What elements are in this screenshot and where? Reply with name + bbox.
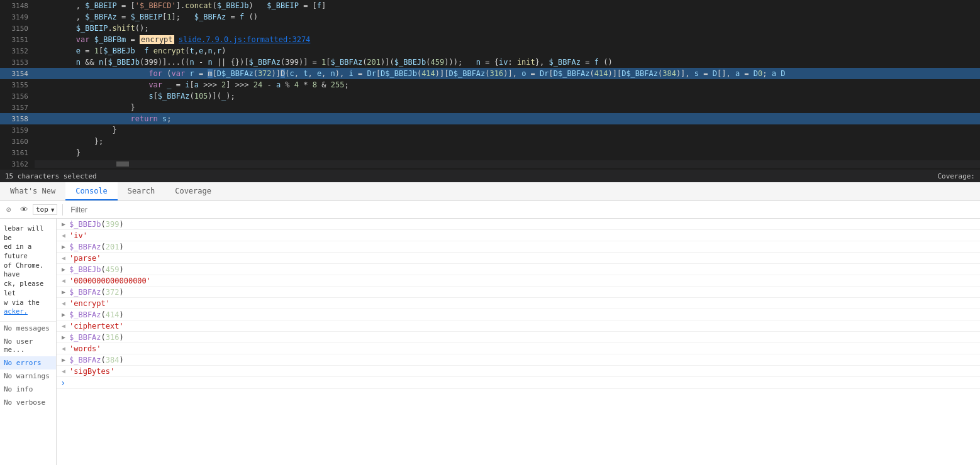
log-expand-icon-6[interactable] — [59, 276, 68, 285]
log-entry-10[interactable]: 'ciphertext' — [57, 320, 980, 332]
log-entry-8[interactable]: 'encrypt' — [57, 298, 980, 309]
top-context-arrow: ▼ — [51, 207, 54, 213]
coverage-status: Coverage: — [937, 172, 975, 180]
log-expand-icon-10[interactable] — [59, 322, 68, 331]
log-entry-14[interactable]: 'sigBytes' — [57, 366, 980, 377]
code-line-3153[interactable]: 3153 n && n[$_BBEJb(399)]...((n - n || {… — [0, 57, 980, 68]
code-line-3160[interactable]: 3160 }; — [0, 136, 980, 147]
log-expand-icon-11[interactable] — [59, 333, 68, 342]
log-entry-6[interactable]: '0000000000000000' — [57, 275, 980, 287]
code-line-3148[interactable]: 3148 , $_BBEIP = ['$_BBFCD'].concat($_BB… — [0, 0, 980, 11]
tab-console[interactable]: Console — [65, 182, 118, 200]
sidebar-filter-no-errors[interactable]: No errors — [0, 356, 56, 369]
log-expand-icon-8[interactable] — [59, 299, 68, 308]
sidebar-filter-no-warnings[interactable]: No warnings — [0, 369, 56, 383]
top-context-selector[interactable]: top ▼ — [33, 204, 57, 215]
log-expand-icon-3[interactable] — [59, 243, 68, 251]
code-line-3152[interactable]: 3152 e = 1[$_BBEJb f encrypt(t,e,n,r) — [0, 45, 980, 57]
log-entry-4[interactable]: 'parse' — [57, 253, 980, 264]
code-line-3156[interactable]: 3156 s[$_BBFAz(105)](_); — [0, 90, 980, 102]
log-expand-icon-14[interactable] — [59, 367, 68, 376]
log-last-arrow[interactable]: › — [59, 378, 65, 388]
sidebar-filter-no-info[interactable]: No info — [0, 383, 56, 396]
console-toolbar: ⊘ 👁 top ▼ — [0, 201, 980, 219]
console-main-content: lebar will beed in a futureof Chrome.hav… — [0, 219, 980, 465]
log-entry-11[interactable]: $_BBFAz(316) — [57, 332, 980, 343]
console-log-area: $_BBEJb(399) 'iv' $_BBFAz(201) 'parse' $… — [57, 219, 980, 465]
toolbar-separator — [62, 204, 63, 216]
log-expand-icon-2[interactable] — [59, 231, 68, 240]
tab-whats-new[interactable]: What's New — [0, 182, 65, 200]
console-eye-button[interactable]: 👁 — [18, 204, 30, 216]
console-clear-button[interactable]: ⊘ — [3, 204, 15, 216]
sidebar-filter-no-verbose[interactable]: No verbose — [0, 396, 56, 409]
tab-coverage[interactable]: Coverage — [165, 182, 221, 200]
editor-status-bar: 15 characters selected Coverage: — [0, 170, 980, 182]
code-line-3162: 3162 — [0, 158, 980, 170]
code-line-3154[interactable]: 3154 for (var r = m[D$_BBFAz(372)]D(c, t… — [0, 68, 980, 79]
log-expand-icon-5[interactable] — [59, 265, 68, 274]
log-entry-12[interactable]: 'words' — [57, 343, 980, 354]
code-line-3151[interactable]: 3151 var $_BBFBm = encrypt slide.7.9.0.j… — [0, 34, 980, 45]
devtools-panel: What's New Console Search Coverage ⊘ 👁 t… — [0, 182, 980, 465]
console-sidebar: lebar will beed in a futureof Chrome.hav… — [0, 219, 57, 465]
console-filter-input[interactable] — [68, 204, 977, 216]
log-entry-1[interactable]: $_BBEJb(399) — [57, 219, 980, 230]
log-expand-icon-1[interactable] — [59, 220, 68, 229]
log-expand-icon-9[interactable] — [59, 310, 68, 319]
code-line-3157[interactable]: 3157 } — [0, 102, 980, 113]
log-expand-icon-4[interactable] — [59, 254, 68, 263]
log-entry-5[interactable]: $_BBEJb(459) — [57, 264, 980, 275]
log-entry-15[interactable]: › — [57, 377, 980, 389]
top-context-label: top — [36, 205, 48, 214]
code-line-3155[interactable]: 3155 var _ = i[a >>> 2] >>> 24 - a % 4 *… — [0, 79, 980, 90]
code-line-3159[interactable]: 3159 } — [0, 124, 980, 136]
code-line-3150[interactable]: 3150 $_BBEIP.shift(); — [0, 23, 980, 34]
code-line-3149[interactable]: 3149 , $_BBFAz = $_BBEIP[1]; $_BBFAz = f… — [0, 11, 980, 23]
log-expand-icon-7[interactable] — [59, 288, 68, 297]
log-expand-icon-13[interactable] — [59, 356, 68, 364]
devtools-tabs: What's New Console Search Coverage — [0, 182, 980, 201]
log-expand-icon-12[interactable] — [59, 344, 68, 353]
code-line-3158[interactable]: 3158 return s; — [0, 113, 980, 124]
sidebar-filter-no-user-messages[interactable]: No user me... — [0, 335, 56, 356]
horizontal-scrollbar[interactable] — [116, 161, 129, 167]
log-entry-9[interactable]: $_BBFAz(414) — [57, 309, 980, 320]
sidebar-tracker-link[interactable]: acker. — [4, 307, 28, 315]
code-lines: 3148 , $_BBEIP = ['$_BBFCD'].concat($_BB… — [0, 0, 980, 170]
sidebar-notification: lebar will beed in a futureof Chrome.hav… — [0, 219, 56, 322]
sidebar-filter-no-messages[interactable]: No messages — [0, 322, 56, 335]
log-entry-13[interactable]: $_BBFAz(384) — [57, 354, 980, 366]
log-entry-7[interactable]: $_BBFAz(372) — [57, 287, 980, 298]
tab-search[interactable]: Search — [118, 182, 165, 200]
code-editor: 3148 , $_BBEIP = ['$_BBFCD'].concat($_BB… — [0, 0, 980, 182]
log-entry-2[interactable]: 'iv' — [57, 230, 980, 241]
log-entry-3[interactable]: $_BBFAz(201) — [57, 241, 980, 253]
code-line-3161[interactable]: 3161 } — [0, 147, 980, 158]
selection-status: 15 characters selected — [5, 172, 97, 180]
